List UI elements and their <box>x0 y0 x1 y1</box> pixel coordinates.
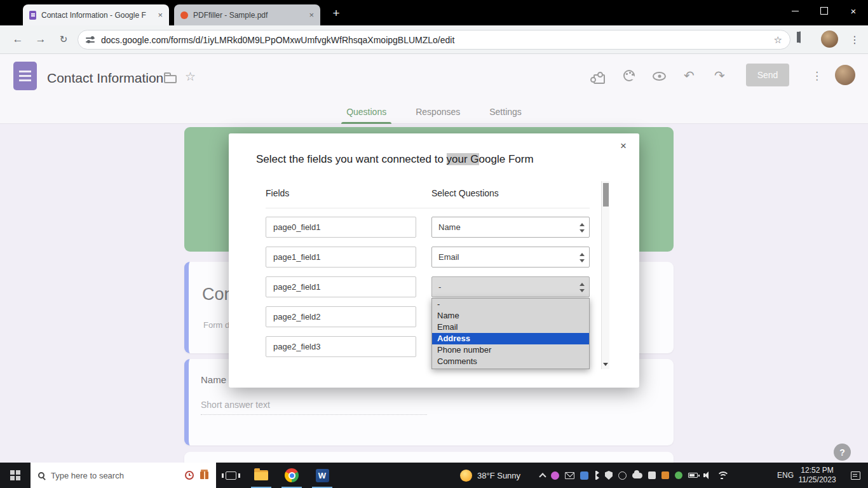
taskbar-search[interactable]: Type here to search <box>31 463 216 488</box>
dialog-title-post: oogle Form <box>479 153 534 165</box>
forms-tab-bar: Questions Responses Settings <box>0 100 868 124</box>
send-button: Send <box>746 64 789 86</box>
select-value: Email <box>438 252 459 262</box>
search-placeholder: Type here to search <box>51 471 179 480</box>
volume-icon[interactable] <box>703 471 711 480</box>
window-maximize-button[interactable] <box>810 0 839 22</box>
add-ons-puzzle-icon <box>593 74 605 84</box>
start-button[interactable] <box>0 463 31 488</box>
back-button[interactable]: ← <box>8 29 28 50</box>
search-icon <box>38 472 44 478</box>
pen-app-icon[interactable] <box>551 471 559 480</box>
browser-tab-forms[interactable]: Contact Information - Google F × <box>23 4 169 25</box>
scroll-down-arrow-icon[interactable] <box>603 363 608 366</box>
question-title: Name <box>201 374 226 385</box>
tab-close-icon[interactable]: × <box>309 10 314 20</box>
side-panel-icon <box>799 31 801 43</box>
tab-close-icon[interactable]: × <box>158 10 163 20</box>
question-select[interactable]: Email <box>431 247 590 268</box>
tab-responses: Responses <box>414 100 461 124</box>
scrollbar-thumb[interactable] <box>603 183 609 207</box>
forms-doc-icon <box>13 62 37 90</box>
hidden-icons-chevron-icon[interactable] <box>539 473 546 480</box>
field-input[interactable]: page2_field1 <box>266 276 416 297</box>
file-explorer-icon <box>254 470 268 480</box>
new-tab-button[interactable]: + <box>328 6 344 21</box>
forms-header: Contact Information ☆ ↶ ↷ Send ⋮ Questio… <box>0 54 868 124</box>
site-info-icon[interactable] <box>86 36 95 44</box>
url-text: docs.google.com/forms/d/1iyLMRkd0M9LPpOM… <box>101 35 768 45</box>
preview-eye-icon <box>653 72 666 81</box>
tab-questions: Questions <box>345 100 388 124</box>
reload-button[interactable]: ↻ <box>53 29 74 50</box>
google-forms-favicon <box>29 11 36 20</box>
java-icon[interactable] <box>661 471 669 479</box>
vpn-icon[interactable] <box>675 471 682 479</box>
short-answer-placeholder: Short answer text <box>201 400 427 415</box>
window-minimize-button[interactable] <box>780 0 810 22</box>
tab-title: PDFfiller - Sample.pdf <box>193 11 304 20</box>
question-select-open[interactable]: - <box>431 276 590 297</box>
side-panel-button[interactable] <box>799 32 801 43</box>
more-menu-icon: ⋮ <box>811 69 822 83</box>
fields-column-header: Fields <box>266 188 289 198</box>
battery-icon[interactable] <box>688 473 698 478</box>
window-close-button[interactable]: × <box>839 0 868 22</box>
question-select[interactable]: Name <box>431 217 590 238</box>
field-input[interactable]: page2_field2 <box>266 306 416 327</box>
bookmark-star-icon[interactable]: ☆ <box>774 34 782 46</box>
taskbar-clock[interactable]: 12:52 PM 11/25/2023 <box>793 463 841 488</box>
task-view-icon <box>226 471 236 480</box>
network-icon[interactable] <box>717 471 727 479</box>
dropdown-option[interactable]: Phone number <box>432 344 589 356</box>
forward-button[interactable]: → <box>31 29 51 50</box>
sun-icon <box>460 470 472 482</box>
star-icon: ☆ <box>185 69 196 84</box>
update-icon[interactable] <box>648 471 656 479</box>
taskbar-weather[interactable]: 38°F Sunny <box>460 463 520 488</box>
word-icon: W <box>316 469 329 482</box>
field-input[interactable]: page2_field3 <box>266 336 416 357</box>
field-input[interactable]: page1_field1 <box>266 247 416 268</box>
search-highlight-clock-icon[interactable] <box>185 471 194 480</box>
chrome-icon <box>285 468 299 482</box>
taskbar: Type here to search W 38°F Sunny <box>0 463 868 488</box>
field-input[interactable]: page0_field1 <box>266 217 416 238</box>
dropdown-option-highlighted[interactable]: Address <box>432 333 589 344</box>
select-arrows-icon <box>580 253 585 262</box>
dropdown-option[interactable]: Email <box>432 322 589 333</box>
onedrive-icon[interactable] <box>632 473 642 478</box>
action-center-button[interactable] <box>843 463 868 488</box>
search-highlight-gift-icon[interactable] <box>200 471 208 479</box>
questions-column-header: Select Questions <box>431 188 499 198</box>
dialog-scrollbar[interactable] <box>601 181 609 369</box>
help-button[interactable]: ? <box>834 444 851 461</box>
taskbar-file-explorer[interactable] <box>247 463 276 488</box>
dropdown-option[interactable]: Comments <box>432 356 589 367</box>
move-folder-icon <box>164 75 177 83</box>
dropdown-option[interactable]: Name <box>432 310 589 322</box>
browser-navbar: ← → ↻ docs.google.com/forms/d/1iyLMRkd0M… <box>0 25 868 54</box>
select-dropdown-list: - Name Email Address Phone number Commen… <box>431 298 590 369</box>
dialog-title-selected-text: your G <box>447 153 479 165</box>
screen: Contact Information - Google F × PDFfill… <box>0 0 868 488</box>
select-value: - <box>438 282 441 292</box>
dialog-close-icon[interactable]: × <box>617 140 630 152</box>
browser-tab-pdffiller[interactable]: PDFfiller - Sample.pdf × <box>174 4 320 25</box>
browser-profile-avatar[interactable] <box>821 30 838 48</box>
task-view-button[interactable] <box>216 463 245 488</box>
security-shield-icon[interactable] <box>605 471 613 480</box>
taskbar-word[interactable]: W <box>308 463 337 488</box>
bluetooth-icon[interactable] <box>594 471 599 480</box>
sync-icon[interactable] <box>618 471 627 480</box>
mail-icon[interactable] <box>565 472 574 479</box>
address-bar[interactable]: docs.google.com/forms/d/1iyLMRkd0M9LPpOM… <box>78 30 790 50</box>
teams-icon[interactable] <box>580 471 588 480</box>
taskbar-chrome[interactable] <box>277 463 306 488</box>
theme-palette-icon <box>623 70 635 81</box>
clock-time: 12:52 PM <box>801 466 833 475</box>
tab-title: Contact Information - Google F <box>41 11 153 20</box>
form-title: Contact Information <box>47 71 163 86</box>
browser-menu-icon[interactable]: ⋮ <box>848 29 862 50</box>
dropdown-option[interactable]: - <box>432 299 589 310</box>
